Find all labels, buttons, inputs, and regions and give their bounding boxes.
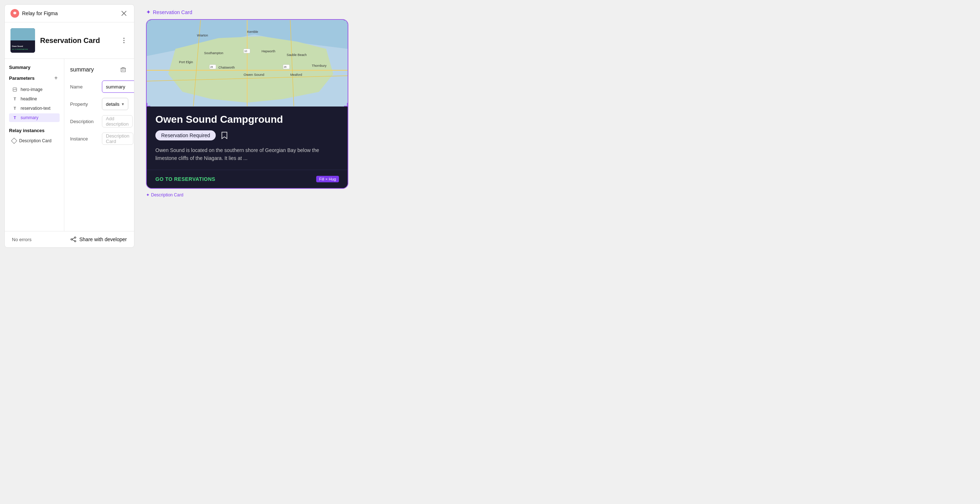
svg-text:Owen Sound: Owen Sound [12,45,23,47]
delete-button[interactable] [118,65,128,75]
share-button[interactable]: Share with developer [70,236,127,242]
description-input[interactable]: Add description [102,115,133,127]
svg-text:Port Elgin: Port Elgin [179,60,193,64]
svg-text:Southampton: Southampton [204,51,223,55]
card-footer: GO TO RESERVATIONS Fill × Hug [147,170,348,188]
form-section-header: summary [70,65,128,75]
param-hero-image[interactable]: hero-image [9,85,60,94]
relay-logo-icon [11,9,19,18]
corner-tl [147,20,150,24]
form-panel: summary Name Property [64,59,134,231]
sidebar-nav: Summary Parameters + hero-image T [5,59,64,231]
share-label: Share with developer [79,236,127,242]
svg-rect-0 [11,28,35,40]
component-menu-button[interactable] [119,36,128,45]
component-thumbnail: Owen Sound GO TO RESERVATIONS [11,28,35,53]
corner-br [344,103,348,106]
relay-instances-title: Relay instances [9,128,60,133]
card-body: Owen Sound Campground Reservation Requir… [147,106,348,162]
card-title: Owen Sound Campground [155,114,339,125]
parameters-section-header: Parameters + [9,74,60,82]
card-description: Owen Sound is located on the southern sh… [155,146,339,162]
diamond-icon [11,138,18,144]
svg-text:26: 26 [284,66,286,68]
property-field: Property details summary description ▼ [70,98,128,110]
svg-point-20 [75,241,76,242]
panel-content: Summary Parameters + hero-image T [5,59,134,231]
component-info: Owen Sound GO TO RESERVATIONS Reservatio… [5,22,134,59]
svg-text:Thornbury: Thornbury [312,64,327,68]
svg-marker-25 [169,36,334,103]
name-label: Name [70,84,99,90]
svg-text:Hepworth: Hepworth [262,49,275,53]
component-name: Reservation Card [40,36,115,45]
description-field: Description Add description [70,115,128,127]
param-reservation-text-label: reservation-text [21,106,51,111]
description-label: Description [70,119,99,124]
text-icon-headline: T [12,96,18,102]
svg-text:Owen Sound: Owen Sound [243,73,264,76]
property-select-wrapper: details summary description ▼ [102,98,128,110]
card-tags: Reservation Required [155,130,339,140]
property-label: Property [70,101,99,107]
instance-field: Instance Description Card [70,133,128,145]
text-icon-summary: T [12,115,18,120]
preview-label-text: Reservation Card [153,10,192,15]
bookmark-icon [220,131,229,140]
fill-hug-badge: Fill × Hug [316,176,339,182]
description-card-label: ✦ Description Card [146,192,183,198]
param-headline[interactable]: T headline [9,95,60,103]
svg-point-4 [124,38,125,39]
corner-tr [344,20,348,24]
image-icon [12,87,18,92]
svg-text:Kemble: Kemble [247,30,258,33]
svg-text:Chatsworth: Chatsworth [219,66,235,69]
svg-text:Sauble Beach: Sauble Beach [286,53,307,57]
preview-card-wrapper: Port Elgin Southampton Chatsworth Owen S… [146,19,483,189]
app-title: Relay for Figma [22,11,117,16]
form-section-title: summary [70,67,94,73]
relay-preview-icon: ✦ [146,9,151,16]
param-summary[interactable]: T summary [9,113,60,122]
text-icon-reservation: T [12,105,18,111]
panel-footer: No errors Share with developer [5,231,134,247]
param-reservation-text[interactable]: T reservation-text [9,104,60,113]
svg-point-5 [124,40,125,41]
instance-value: Description Card [102,133,133,145]
svg-rect-8 [121,68,126,72]
left-panel: Relay for Figma Owen Sound GO TO RESERVA… [4,4,134,248]
cta-label: GO TO RESERVATIONS [155,176,215,182]
svg-text:Wiarton: Wiarton [197,33,208,37]
param-summary-label: summary [21,115,38,120]
svg-point-18 [75,237,76,238]
svg-line-21 [72,238,75,239]
instance-description-card[interactable]: Description Card [9,137,60,145]
svg-point-6 [124,42,125,43]
preview-label: ✦ Reservation Card [146,9,483,16]
svg-text:26: 26 [210,66,213,68]
svg-point-19 [71,239,72,240]
corner-bl [147,103,150,106]
property-select[interactable]: details summary description [102,98,128,110]
add-parameter-button[interactable]: + [52,74,60,82]
svg-text:10: 10 [244,50,247,52]
name-input[interactable] [102,81,134,93]
svg-text:GO TO RESERVATIONS: GO TO RESERVATIONS [12,48,28,50]
name-field: Name [70,81,128,93]
card-map: Port Elgin Southampton Chatsworth Owen S… [147,20,348,106]
reservation-required-tag: Reservation Required [155,130,216,140]
param-hero-image-label: hero-image [21,87,43,92]
param-headline-label: headline [21,97,37,101]
summary-section-title: Summary [9,65,60,70]
no-errors-label: No errors [12,237,32,242]
instance-label: Instance [70,136,99,141]
panel-header: Relay for Figma [5,5,134,22]
close-button[interactable] [119,9,128,18]
right-panel: ✦ Reservation Card [139,0,490,252]
parameters-title: Parameters [9,76,35,81]
card-preview: Port Elgin Southampton Chatsworth Owen S… [146,19,348,189]
svg-text:Meaford: Meaford [290,73,302,76]
instance-description-card-label: Description Card [19,138,51,143]
svg-line-22 [72,240,75,241]
